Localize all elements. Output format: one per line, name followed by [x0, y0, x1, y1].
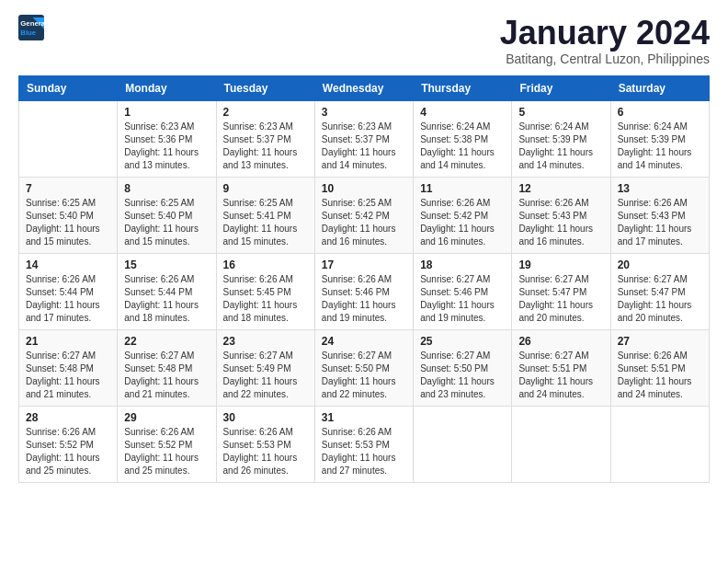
calendar-subtitle: Batitang, Central Luzon, Philippines	[500, 52, 710, 66]
day-info: Sunrise: 6:26 AM Sunset: 5:44 PM Dayligh…	[124, 273, 209, 325]
calendar-cell: 4 Sunrise: 6:24 AM Sunset: 5:38 PM Dayli…	[414, 100, 512, 177]
calendar-cell: 5 Sunrise: 6:24 AM Sunset: 5:39 PM Dayli…	[512, 100, 610, 177]
day-number: 14	[26, 259, 110, 271]
calendar-title: January 2024	[500, 15, 710, 52]
day-number: 6	[618, 106, 702, 119]
calendar-cell	[610, 406, 709, 482]
day-number: 25	[420, 335, 505, 348]
day-info: Sunrise: 6:26 AM Sunset: 5:46 PM Dayligh…	[322, 273, 406, 325]
day-header-tuesday: Tuesday	[216, 75, 314, 100]
day-number: 23	[223, 335, 308, 348]
calendar-cell: 30 Sunrise: 6:26 AM Sunset: 5:53 PM Dayl…	[216, 406, 314, 482]
week-row-1: 7 Sunrise: 6:25 AM Sunset: 5:40 PM Dayli…	[19, 177, 710, 253]
logo-icon: General Blue	[18, 15, 44, 40]
day-number: 3	[322, 106, 406, 119]
week-row-3: 21 Sunrise: 6:27 AM Sunset: 5:48 PM Dayl…	[19, 329, 710, 406]
day-header-saturday: Saturday	[610, 75, 709, 100]
day-info: Sunrise: 6:27 AM Sunset: 5:50 PM Dayligh…	[420, 350, 505, 401]
day-number: 1	[124, 106, 209, 119]
calendar-cell: 13 Sunrise: 6:26 AM Sunset: 5:43 PM Dayl…	[610, 177, 709, 253]
day-number: 24	[322, 335, 406, 348]
calendar-cell: 17 Sunrise: 6:26 AM Sunset: 5:46 PM Dayl…	[314, 253, 413, 329]
day-info: Sunrise: 6:26 AM Sunset: 5:45 PM Dayligh…	[223, 273, 308, 325]
calendar-cell: 18 Sunrise: 6:27 AM Sunset: 5:46 PM Dayl…	[414, 253, 512, 329]
day-info: Sunrise: 6:26 AM Sunset: 5:52 PM Dayligh…	[124, 426, 209, 477]
week-row-4: 28 Sunrise: 6:26 AM Sunset: 5:52 PM Dayl…	[19, 406, 710, 482]
calendar-table: SundayMondayTuesdayWednesdayThursdayFrid…	[18, 75, 710, 483]
day-info: Sunrise: 6:27 AM Sunset: 5:50 PM Dayligh…	[322, 350, 406, 401]
day-number: 20	[618, 259, 702, 271]
day-info: Sunrise: 6:24 AM Sunset: 5:38 PM Dayligh…	[420, 121, 505, 172]
day-info: Sunrise: 6:27 AM Sunset: 5:47 PM Dayligh…	[518, 273, 603, 325]
day-number: 18	[420, 259, 505, 271]
day-info: Sunrise: 6:24 AM Sunset: 5:39 PM Dayligh…	[518, 121, 603, 172]
day-info: Sunrise: 6:25 AM Sunset: 5:40 PM Dayligh…	[26, 197, 110, 248]
calendar-cell: 20 Sunrise: 6:27 AM Sunset: 5:47 PM Dayl…	[610, 253, 709, 329]
day-info: Sunrise: 6:27 AM Sunset: 5:49 PM Dayligh…	[223, 350, 308, 401]
day-number: 30	[223, 411, 308, 424]
calendar-cell: 8 Sunrise: 6:25 AM Sunset: 5:40 PM Dayli…	[118, 177, 216, 253]
calendar-cell: 21 Sunrise: 6:27 AM Sunset: 5:48 PM Dayl…	[19, 329, 118, 406]
day-number: 15	[124, 259, 209, 271]
week-row-0: 1 Sunrise: 6:23 AM Sunset: 5:36 PM Dayli…	[19, 100, 710, 177]
calendar-cell: 31 Sunrise: 6:26 AM Sunset: 5:53 PM Dayl…	[314, 406, 413, 482]
calendar-cell	[19, 100, 118, 177]
day-info: Sunrise: 6:23 AM Sunset: 5:37 PM Dayligh…	[223, 121, 308, 172]
day-number: 27	[618, 335, 702, 348]
calendar-cell: 6 Sunrise: 6:24 AM Sunset: 5:39 PM Dayli…	[610, 100, 709, 177]
day-info: Sunrise: 6:27 AM Sunset: 5:48 PM Dayligh…	[26, 350, 110, 401]
calendar-cell: 9 Sunrise: 6:25 AM Sunset: 5:41 PM Dayli…	[216, 177, 314, 253]
day-header-wednesday: Wednesday	[314, 75, 413, 100]
day-info: Sunrise: 6:25 AM Sunset: 5:40 PM Dayligh…	[124, 197, 209, 248]
day-info: Sunrise: 6:24 AM Sunset: 5:39 PM Dayligh…	[618, 121, 702, 172]
header-row: SundayMondayTuesdayWednesdayThursdayFrid…	[19, 75, 710, 100]
day-number: 28	[26, 411, 110, 424]
svg-text:Blue: Blue	[20, 29, 37, 37]
title-section: January 2024 Batitang, Central Luzon, Ph…	[500, 15, 710, 66]
day-number: 12	[518, 182, 603, 195]
day-number: 26	[518, 335, 603, 348]
logo: General Blue	[18, 15, 44, 40]
day-number: 22	[124, 335, 209, 348]
calendar-cell: 26 Sunrise: 6:27 AM Sunset: 5:51 PM Dayl…	[512, 329, 610, 406]
day-info: Sunrise: 6:23 AM Sunset: 5:36 PM Dayligh…	[124, 121, 209, 172]
calendar-cell: 1 Sunrise: 6:23 AM Sunset: 5:36 PM Dayli…	[118, 100, 216, 177]
day-info: Sunrise: 6:23 AM Sunset: 5:37 PM Dayligh…	[322, 121, 406, 172]
calendar-cell: 10 Sunrise: 6:25 AM Sunset: 5:42 PM Dayl…	[314, 177, 413, 253]
day-header-thursday: Thursday	[414, 75, 512, 100]
day-info: Sunrise: 6:26 AM Sunset: 5:43 PM Dayligh…	[618, 197, 702, 248]
day-number: 4	[420, 106, 505, 119]
day-info: Sunrise: 6:26 AM Sunset: 5:52 PM Dayligh…	[26, 426, 110, 477]
day-number: 13	[618, 182, 702, 195]
day-number: 11	[420, 182, 505, 195]
week-row-2: 14 Sunrise: 6:26 AM Sunset: 5:44 PM Dayl…	[19, 253, 710, 329]
calendar-cell: 19 Sunrise: 6:27 AM Sunset: 5:47 PM Dayl…	[512, 253, 610, 329]
calendar-cell	[512, 406, 610, 482]
day-info: Sunrise: 6:25 AM Sunset: 5:41 PM Dayligh…	[223, 197, 308, 248]
day-info: Sunrise: 6:27 AM Sunset: 5:47 PM Dayligh…	[618, 273, 702, 325]
day-info: Sunrise: 6:26 AM Sunset: 5:42 PM Dayligh…	[420, 197, 505, 248]
day-info: Sunrise: 6:26 AM Sunset: 5:51 PM Dayligh…	[618, 350, 702, 401]
svg-text:General: General	[20, 19, 44, 28]
day-number: 29	[124, 411, 209, 424]
day-number: 9	[223, 182, 308, 195]
calendar-cell: 22 Sunrise: 6:27 AM Sunset: 5:48 PM Dayl…	[118, 329, 216, 406]
calendar-cell: 11 Sunrise: 6:26 AM Sunset: 5:42 PM Dayl…	[414, 177, 512, 253]
day-info: Sunrise: 6:27 AM Sunset: 5:48 PM Dayligh…	[124, 350, 209, 401]
day-info: Sunrise: 6:26 AM Sunset: 5:44 PM Dayligh…	[26, 273, 110, 325]
day-number: 10	[322, 182, 406, 195]
day-number: 31	[322, 411, 406, 424]
day-number: 5	[518, 106, 603, 119]
day-number: 16	[223, 259, 308, 271]
calendar-cell: 7 Sunrise: 6:25 AM Sunset: 5:40 PM Dayli…	[19, 177, 118, 253]
header: General Blue January 2024 Batitang, Cent…	[18, 15, 710, 66]
day-number: 8	[124, 182, 209, 195]
day-info: Sunrise: 6:26 AM Sunset: 5:43 PM Dayligh…	[518, 197, 603, 248]
day-info: Sunrise: 6:27 AM Sunset: 5:46 PM Dayligh…	[420, 273, 505, 325]
calendar-cell: 27 Sunrise: 6:26 AM Sunset: 5:51 PM Dayl…	[610, 329, 709, 406]
calendar-cell: 2 Sunrise: 6:23 AM Sunset: 5:37 PM Dayli…	[216, 100, 314, 177]
day-number: 17	[322, 259, 406, 271]
day-info: Sunrise: 6:25 AM Sunset: 5:42 PM Dayligh…	[322, 197, 406, 248]
calendar-cell	[414, 406, 512, 482]
day-info: Sunrise: 6:26 AM Sunset: 5:53 PM Dayligh…	[322, 426, 406, 477]
